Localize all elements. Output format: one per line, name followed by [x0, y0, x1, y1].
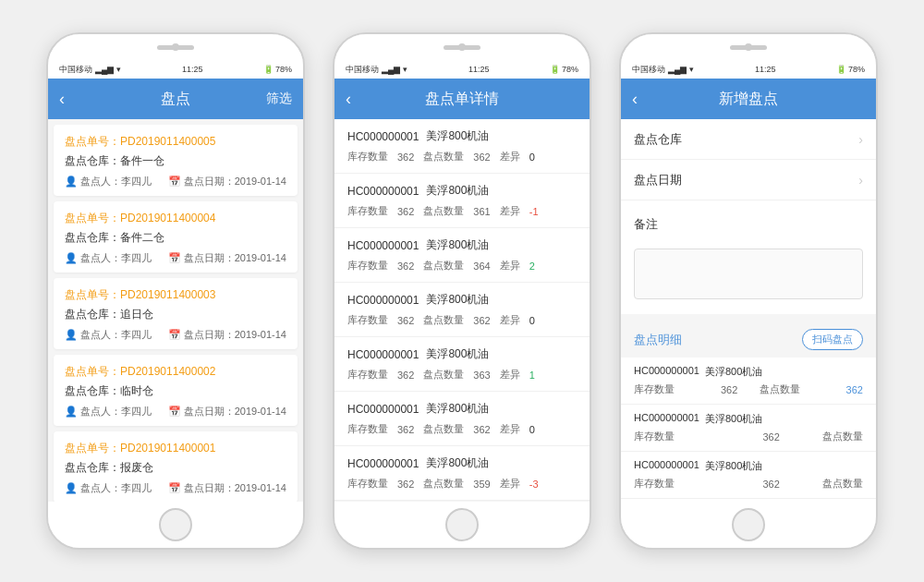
phone-3-content: 盘点仓库 › 盘点日期 › 备注 盘点明细 扫码盘点 — [621, 119, 876, 502]
home-button[interactable] — [159, 508, 192, 541]
item-code: HC000000001 — [634, 459, 699, 473]
order-no-row: 盘点单号：PD2019011400001 — [65, 441, 286, 456]
count-value: 364 — [473, 261, 490, 272]
date-row[interactable]: 盘点日期 › — [621, 160, 876, 200]
phone-2: 中国移动 ▂▄▆ ▾ 11:25 🔋 78% ‹ 盘点单详情 HC0000000… — [333, 32, 591, 550]
count-value: 361 — [473, 206, 490, 217]
item-name: 美浮800机油 — [426, 237, 489, 253]
detail-section-title: 盘点明细 — [634, 332, 682, 348]
date-item: 📅 盘点日期：2019-01-14 — [168, 405, 286, 418]
date-label: 盘点日期 — [634, 172, 682, 188]
order-no-row: 盘点单号：PD2019011400003 — [65, 287, 286, 303]
phone-2-camera — [458, 43, 466, 51]
warehouse-row: 盘点仓库：备件一仓 — [65, 153, 286, 169]
scan-button[interactable]: 扫码盘点 — [802, 329, 863, 350]
count-value: 359 — [473, 479, 490, 490]
list-item[interactable]: HC000000001 美浮800机油 库存数量 362 盘点数量 359 差异… — [334, 446, 590, 501]
warehouse-row[interactable]: 盘点仓库 › — [621, 119, 876, 160]
count-label: 盘点数量 — [423, 150, 464, 164]
date-text: 盘点日期：2019-01-14 — [184, 328, 286, 342]
list-item[interactable]: HC000000001 美浮800机油 库存数量 362 盘点数量 — [621, 452, 876, 499]
list-item[interactable]: HC000000001 美浮800机油 库存数量 362 盘点数量 361 差异… — [334, 174, 590, 228]
order-label: 盘点单号： — [65, 135, 120, 148]
detail-list: HC000000001 美浮800机油 库存数量 362 盘点数量 362 差异… — [334, 119, 590, 501]
phone-1-bottom — [48, 502, 303, 548]
date-item: 📅 盘点日期：2019-01-14 — [168, 481, 286, 495]
phone-2-top — [334, 34, 590, 60]
filter-button[interactable]: 筛选 — [266, 91, 292, 107]
person-text: 盘点人：李四儿 — [80, 175, 152, 188]
diff-label: 差异 — [500, 477, 520, 491]
stock-value: 362 — [397, 370, 414, 381]
person-icon: 👤 — [65, 329, 78, 341]
stock-value: 362 — [397, 315, 414, 326]
status-left: 中国移动 ▂▄▆ ▾ — [59, 64, 121, 76]
person-item: 👤 盘点人：李四儿 — [65, 175, 152, 188]
status-left: 中国移动 ▂▄▆ ▾ — [346, 64, 407, 76]
diff-label: 差异 — [500, 204, 520, 218]
diff-value: 1 — [529, 370, 535, 381]
person-text: 盘点人：李四儿 — [80, 481, 152, 495]
back-button[interactable]: ‹ — [346, 90, 351, 109]
person-icon: 👤 — [65, 482, 78, 494]
list-item[interactable]: 盘点单号：PD2019011400003 盘点仓库：追日仓 👤 盘点人：李四儿 … — [54, 278, 298, 349]
date-item: 📅 盘点日期：2019-01-14 — [168, 251, 286, 265]
list-item[interactable]: HC000000001 美浮800机油 库存数量 362 盘点数量 362 差异… — [334, 392, 590, 446]
order-no-row: 盘点单号：PD2019011400005 — [65, 134, 286, 150]
person-icon: 👤 — [65, 406, 78, 418]
list-item[interactable]: 盘点单号：PD2019011400004 盘点仓库：备件二仓 👤 盘点人：李四儿… — [54, 201, 298, 273]
carrier-text: 中国移动 — [59, 64, 92, 76]
status-right: 🔋 78% — [550, 65, 578, 74]
home-button[interactable] — [445, 508, 479, 541]
list-item[interactable]: 盘点单号：PD2019011400001 盘点仓库：报废仓 👤 盘点人：李四儿 … — [54, 431, 298, 502]
person-item: 👤 盘点人：李四儿 — [65, 328, 152, 342]
count-value: 362 — [473, 152, 490, 163]
phone-1-camera — [172, 43, 179, 51]
date-item: 📅 盘点日期：2019-01-14 — [168, 328, 286, 342]
phone-2-navbar: ‹ 盘点单详情 — [334, 79, 590, 119]
phone-1-statusbar: 中国移动 ▂▄▆ ▾ 11:25 🔋 78% — [48, 60, 303, 79]
diff-value: 0 — [529, 424, 535, 435]
battery-text: 78% — [848, 65, 865, 74]
list-item[interactable]: HC000000001 美浮800机油 库存数量 362 盘点数量 363 差异… — [334, 337, 590, 392]
stock-label: 库存数量 — [347, 150, 388, 164]
list-item[interactable]: HC000000001 美浮800机油 库存数量 362 盘点数量 362 差异… — [334, 283, 590, 337]
person-icon: 👤 — [65, 176, 78, 188]
card-footer: 👤 盘点人：李四儿 📅 盘点日期：2019-01-14 — [65, 175, 286, 188]
navbar-title: 盘点 — [161, 90, 190, 109]
navbar-title: 盘点单详情 — [425, 90, 499, 109]
order-no-row: 盘点单号：PD2019011400002 — [65, 364, 286, 380]
list-item[interactable]: HC000000001 美浮800机油 库存数量 362 盘点数量 362 差异… — [334, 119, 590, 174]
list-item[interactable]: 盘点单号：PD2019011400005 盘点仓库：备件一仓 👤 盘点人：李四儿… — [54, 125, 298, 196]
diff-value: -3 — [529, 479, 539, 490]
order-no-value: PD2019011400004 — [120, 212, 215, 224]
diff-value: 0 — [529, 315, 535, 326]
list-item[interactable]: HC000000001 美浮800机油 库存数量 362 盘点数量 362 — [621, 358, 876, 405]
home-button[interactable] — [732, 508, 765, 541]
warehouse-label: 盘点仓库 — [634, 131, 682, 148]
back-button[interactable]: ‹ — [59, 90, 65, 109]
battery-text: 78% — [562, 65, 578, 74]
count-label: 盘点数量 — [423, 313, 464, 327]
item-name: 美浮800机油 — [426, 292, 489, 308]
back-button[interactable]: ‹ — [632, 90, 638, 109]
calendar-icon: 📅 — [168, 406, 181, 418]
time-text: 11:25 — [468, 65, 490, 74]
item-code: HC000000001 — [347, 294, 419, 307]
list-item[interactable]: HC000000001 美浮800机油 库存数量 362 盘点数量 — [621, 405, 876, 452]
diff-label: 差异 — [500, 313, 520, 327]
note-input[interactable] — [634, 249, 863, 299]
list-item[interactable]: HC000000001 美浮800机油 库存数量 362 盘点数量 364 差异… — [334, 228, 590, 283]
order-no-value: PD2019011400005 — [120, 135, 215, 148]
item-code: HC000000001 — [347, 130, 419, 143]
person-text: 盘点人：李四儿 — [80, 405, 152, 418]
phone-3-top — [621, 34, 876, 60]
list-item[interactable]: 盘点单号：PD2019011400002 盘点仓库：临时仓 👤 盘点人：李四儿 … — [54, 355, 298, 426]
count-label: 盘点数量 — [423, 368, 464, 382]
note-row: 备注 — [621, 200, 876, 241]
calendar-icon: 📅 — [168, 482, 181, 494]
stock-value: 362 — [397, 152, 414, 163]
date-text: 盘点日期：2019-01-14 — [184, 405, 286, 418]
chevron-right-icon: › — [858, 173, 863, 188]
count-label: 盘点数量 — [423, 259, 464, 273]
